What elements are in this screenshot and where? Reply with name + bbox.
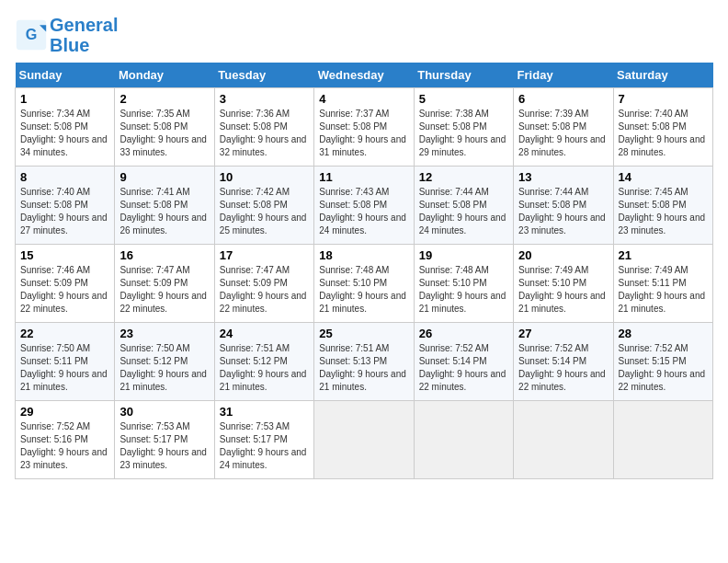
day-info: Sunrise: 7:48 AM Sunset: 5:10 PM Dayligh… [419,265,506,314]
day-info: Sunrise: 7:47 AM Sunset: 5:09 PM Dayligh… [119,265,207,314]
calendar-cell: 17 Sunrise: 7:47 AM Sunset: 5:09 PM Dayl… [214,245,313,323]
weekday-header: Saturday [613,63,712,88]
day-number: 18 [319,248,408,262]
calendar-cell: 2 Sunrise: 7:35 AM Sunset: 5:08 PM Dayli… [115,88,214,167]
calendar-cell [314,401,414,479]
calendar-cell: 26 Sunrise: 7:52 AM Sunset: 5:14 PM Dayl… [414,323,513,401]
calendar-cell: 24 Sunrise: 7:51 AM Sunset: 5:12 PM Dayl… [214,323,313,401]
calendar-cell: 10 Sunrise: 7:42 AM Sunset: 5:08 PM Dayl… [214,167,313,245]
calendar-cell: 19 Sunrise: 7:48 AM Sunset: 5:10 PM Dayl… [414,245,513,323]
calendar-cell: 20 Sunrise: 7:49 AM Sunset: 5:10 PM Dayl… [514,245,613,323]
day-info: Sunrise: 7:35 AM Sunset: 5:08 PM Dayligh… [119,109,207,157]
calendar-cell: 25 Sunrise: 7:51 AM Sunset: 5:13 PM Dayl… [314,323,414,401]
calendar-cell [514,401,613,479]
calendar-cell: 21 Sunrise: 7:49 AM Sunset: 5:11 PM Dayl… [613,245,712,323]
day-number: 27 [518,327,608,340]
logo: G General Blue [15,15,118,55]
day-info: Sunrise: 7:52 AM Sunset: 5:16 PM Dayligh… [20,421,108,470]
weekday-header: Thursday [414,63,513,88]
page-header: G General Blue [15,15,713,55]
day-number: 26 [419,327,508,340]
day-number: 6 [518,92,608,106]
day-info: Sunrise: 7:47 AM Sunset: 5:09 PM Dayligh… [220,265,307,314]
day-number: 7 [619,92,708,106]
weekday-header-row: SundayMondayTuesdayWednesdayThursdayFrid… [16,63,713,88]
day-info: Sunrise: 7:44 AM Sunset: 5:08 PM Dayligh… [419,187,506,236]
calendar-cell: 13 Sunrise: 7:44 AM Sunset: 5:08 PM Dayl… [514,167,613,245]
calendar-cell: 4 Sunrise: 7:37 AM Sunset: 5:08 PM Dayli… [314,88,414,167]
calendar-cell [613,401,712,479]
day-number: 20 [518,248,608,262]
day-number: 5 [419,92,508,106]
day-info: Sunrise: 7:52 AM Sunset: 5:14 PM Dayligh… [518,343,606,392]
day-info: Sunrise: 7:51 AM Sunset: 5:12 PM Dayligh… [220,343,307,392]
day-number: 31 [220,405,309,419]
svg-text:G: G [26,26,38,42]
day-number: 11 [319,170,408,184]
day-number: 19 [419,248,508,262]
day-info: Sunrise: 7:36 AM Sunset: 5:08 PM Dayligh… [220,109,307,157]
calendar-cell: 5 Sunrise: 7:38 AM Sunset: 5:08 PM Dayli… [414,88,513,167]
day-number: 22 [20,327,109,340]
logo-icon: G [15,18,48,52]
calendar-cell: 11 Sunrise: 7:43 AM Sunset: 5:08 PM Dayl… [314,167,414,245]
day-number: 13 [518,170,608,184]
day-info: Sunrise: 7:45 AM Sunset: 5:08 PM Dayligh… [619,187,706,236]
calendar-cell: 9 Sunrise: 7:41 AM Sunset: 5:08 PM Dayli… [115,167,214,245]
calendar-body: 1 Sunrise: 7:34 AM Sunset: 5:08 PM Dayli… [16,88,713,479]
day-info: Sunrise: 7:37 AM Sunset: 5:08 PM Dayligh… [319,109,406,157]
calendar-cell: 6 Sunrise: 7:39 AM Sunset: 5:08 PM Dayli… [514,88,613,167]
day-number: 16 [119,248,209,262]
day-info: Sunrise: 7:49 AM Sunset: 5:10 PM Dayligh… [518,265,606,314]
day-info: Sunrise: 7:34 AM Sunset: 5:08 PM Dayligh… [20,109,108,157]
day-number: 28 [619,327,708,340]
calendar-header: SundayMondayTuesdayWednesdayThursdayFrid… [16,63,713,88]
day-number: 25 [319,327,408,340]
day-info: Sunrise: 7:53 AM Sunset: 5:17 PM Dayligh… [220,421,307,470]
calendar-cell: 18 Sunrise: 7:48 AM Sunset: 5:10 PM Dayl… [314,245,414,323]
day-number: 2 [119,92,209,106]
day-number: 15 [20,248,109,262]
calendar-cell: 12 Sunrise: 7:44 AM Sunset: 5:08 PM Dayl… [414,167,513,245]
weekday-header: Friday [514,63,613,88]
calendar-table: SundayMondayTuesdayWednesdayThursdayFrid… [15,63,713,479]
calendar-week-row: 8 Sunrise: 7:40 AM Sunset: 5:08 PM Dayli… [16,167,713,245]
day-info: Sunrise: 7:39 AM Sunset: 5:08 PM Dayligh… [518,109,606,157]
calendar-cell: 28 Sunrise: 7:52 AM Sunset: 5:15 PM Dayl… [613,323,712,401]
calendar-cell: 14 Sunrise: 7:45 AM Sunset: 5:08 PM Dayl… [613,167,712,245]
calendar-cell: 27 Sunrise: 7:52 AM Sunset: 5:14 PM Dayl… [514,323,613,401]
day-number: 29 [20,405,109,419]
day-info: Sunrise: 7:40 AM Sunset: 5:08 PM Dayligh… [619,109,706,157]
calendar-cell: 16 Sunrise: 7:47 AM Sunset: 5:09 PM Dayl… [115,245,214,323]
calendar-cell: 3 Sunrise: 7:36 AM Sunset: 5:08 PM Dayli… [214,88,313,167]
calendar-cell: 23 Sunrise: 7:50 AM Sunset: 5:12 PM Dayl… [115,323,214,401]
day-info: Sunrise: 7:43 AM Sunset: 5:08 PM Dayligh… [319,187,406,236]
day-number: 1 [20,92,109,106]
day-number: 4 [319,92,408,106]
day-number: 12 [419,170,508,184]
day-info: Sunrise: 7:52 AM Sunset: 5:15 PM Dayligh… [619,343,706,392]
calendar-week-row: 29 Sunrise: 7:52 AM Sunset: 5:16 PM Dayl… [16,401,713,479]
day-info: Sunrise: 7:41 AM Sunset: 5:08 PM Dayligh… [119,187,207,236]
day-number: 17 [220,248,309,262]
weekday-header: Wednesday [314,63,414,88]
calendar-cell: 8 Sunrise: 7:40 AM Sunset: 5:08 PM Dayli… [16,167,115,245]
weekday-header: Tuesday [214,63,313,88]
day-number: 24 [220,327,309,340]
day-number: 10 [220,170,309,184]
weekday-header: Sunday [16,63,115,88]
day-number: 9 [119,170,209,184]
day-info: Sunrise: 7:50 AM Sunset: 5:12 PM Dayligh… [119,343,207,392]
calendar-cell: 22 Sunrise: 7:50 AM Sunset: 5:11 PM Dayl… [16,323,115,401]
calendar-cell: 15 Sunrise: 7:46 AM Sunset: 5:09 PM Dayl… [16,245,115,323]
day-info: Sunrise: 7:38 AM Sunset: 5:08 PM Dayligh… [419,109,506,157]
day-info: Sunrise: 7:52 AM Sunset: 5:14 PM Dayligh… [419,343,506,392]
day-info: Sunrise: 7:44 AM Sunset: 5:08 PM Dayligh… [518,187,606,236]
calendar-week-row: 1 Sunrise: 7:34 AM Sunset: 5:08 PM Dayli… [16,88,713,167]
calendar-cell [414,401,513,479]
day-number: 8 [20,170,109,184]
day-info: Sunrise: 7:53 AM Sunset: 5:17 PM Dayligh… [119,421,207,470]
day-number: 30 [119,405,209,419]
day-info: Sunrise: 7:51 AM Sunset: 5:13 PM Dayligh… [319,343,406,392]
day-number: 14 [619,170,708,184]
